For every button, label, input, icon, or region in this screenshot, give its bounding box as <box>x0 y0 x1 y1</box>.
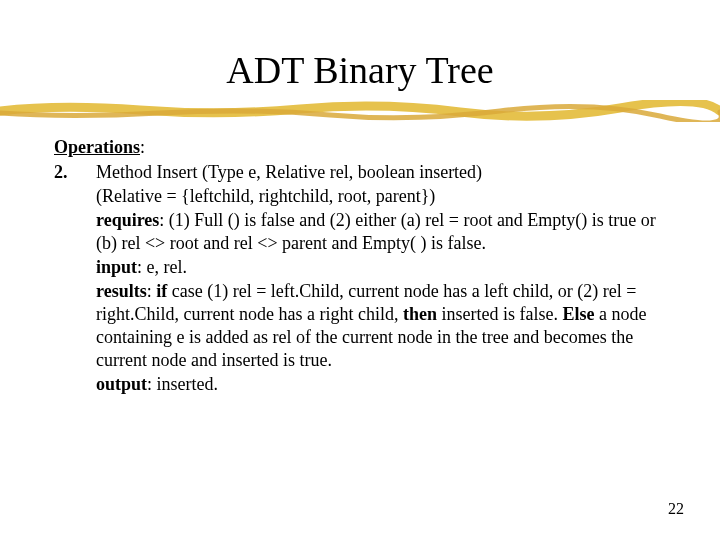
results-label: results <box>96 281 147 301</box>
colon: : <box>140 137 145 157</box>
results-line: results: if case (1) rel = left.Child, c… <box>96 280 660 372</box>
content-block: Operations: 2. Method Insert (Type e, Re… <box>54 136 660 397</box>
results-mid2: inserted is false. <box>437 304 562 324</box>
input-label: input <box>96 257 137 277</box>
page-number: 22 <box>668 500 684 518</box>
method-signature: Method Insert (Type e, Relative rel, boo… <box>96 161 660 184</box>
input-text: : e, rel. <box>137 257 187 277</box>
operations-heading: Operations <box>54 136 140 159</box>
then-label: then <box>403 304 437 324</box>
relative-definition: (Relative = {leftchild, rightchild, root… <box>96 185 660 208</box>
if-label: if <box>156 281 167 301</box>
input-line: input: e, rel. <box>96 256 660 279</box>
output-label: output <box>96 374 147 394</box>
slide-title: ADT Binary Tree <box>0 48 720 92</box>
requires-label: requires <box>96 210 159 230</box>
requires-text: : (1) Full () is false and (2) either (a… <box>96 210 656 253</box>
requires-line: requires: (1) Full () is false and (2) e… <box>96 209 660 255</box>
output-line: output: inserted. <box>96 373 660 396</box>
title-underline <box>0 100 720 122</box>
output-text: : inserted. <box>147 374 218 394</box>
else-label: Else <box>562 304 594 324</box>
item-body: Method Insert (Type e, Relative rel, boo… <box>96 161 660 397</box>
item-number: 2. <box>54 161 96 184</box>
results-pre: : <box>147 281 157 301</box>
